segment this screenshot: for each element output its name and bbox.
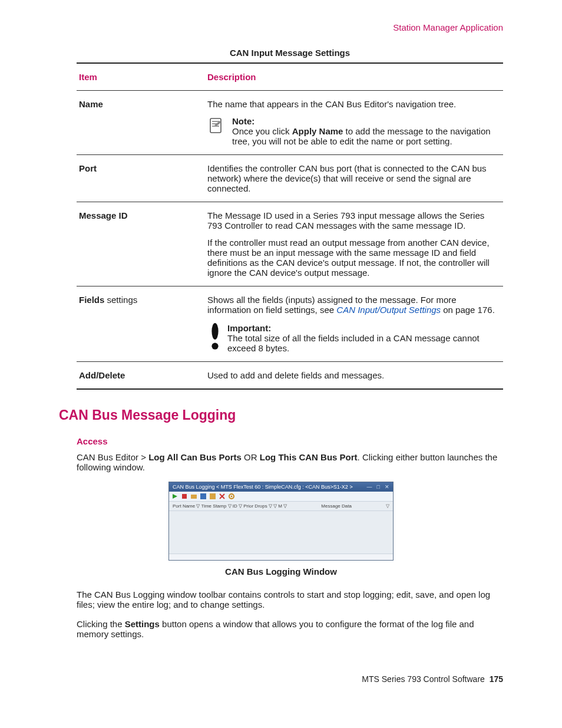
dropdown-icon[interactable]: ▽ xyxy=(386,503,389,509)
cols-right: Message Data xyxy=(321,503,352,509)
open-icon[interactable] xyxy=(191,493,197,499)
close-icon[interactable]: ✕ xyxy=(385,484,389,490)
play-icon[interactable] xyxy=(172,493,178,499)
item-port: Port xyxy=(77,155,205,202)
item-fields: Fields settings xyxy=(77,286,205,362)
item-msgid: Message ID xyxy=(77,202,205,286)
stop-icon[interactable] xyxy=(181,493,187,499)
svg-point-4 xyxy=(211,323,218,340)
table-row: Fields settings Shows all the fields (in… xyxy=(77,286,503,362)
th-desc: Description xyxy=(205,64,503,91)
view-icon[interactable] xyxy=(210,493,216,499)
important-text: The total size of all the fields include… xyxy=(227,333,501,353)
svg-point-5 xyxy=(211,343,218,350)
clear-icon[interactable] xyxy=(219,493,225,499)
table-row: Port Identifies the controller CAN bus p… xyxy=(77,155,503,202)
desc-add: Used to add and delete fields and messag… xyxy=(205,362,503,390)
table-row: Name The name that appears in the CAN Bu… xyxy=(77,91,503,155)
important-title: Important: xyxy=(227,323,501,333)
desc-name: The name that appears in the CAN Bus Edi… xyxy=(205,91,503,155)
link-can-io[interactable]: CAN Input/Output Settings xyxy=(336,305,441,315)
window-title: CAN Bus Logging < MTS FlexTest 60 : Simp… xyxy=(173,484,353,490)
table-title: CAN Input Message Settings xyxy=(77,48,503,64)
name-desc-text: The name that appears in the CAN Bus Edi… xyxy=(207,99,501,109)
page-footer: MTS Series 793 Control Software 175 xyxy=(59,674,503,684)
item-add: Add/Delete xyxy=(77,362,205,390)
access-text: CAN Bus Editor > Log All Can Bus Ports O… xyxy=(77,452,503,472)
save-icon[interactable] xyxy=(200,493,206,499)
note-title: Note: xyxy=(232,116,501,126)
settings-table: Item Description Name The name that appe… xyxy=(77,64,503,390)
maximize-icon[interactable]: □ xyxy=(377,484,380,490)
section-heading: CAN Bus Message Logging xyxy=(59,407,503,423)
note-text: Once you click Apply Name to add the mes… xyxy=(232,126,501,146)
window-controls: — □ ✕ xyxy=(367,484,389,490)
desc-msgid: The Message ID used in a Series 793 inpu… xyxy=(205,202,503,286)
table-row: Message ID The Message ID used in a Seri… xyxy=(77,202,503,286)
paragraph-1: The CAN Bus Logging window toolbar conta… xyxy=(77,589,503,610)
screenshot: CAN Bus Logging < MTS FlexTest 60 : Simp… xyxy=(168,482,394,561)
item-name: Name xyxy=(77,91,205,155)
msgid-p2: If the controller must read an output me… xyxy=(207,238,501,278)
important-icon xyxy=(207,323,219,351)
svg-rect-9 xyxy=(200,493,206,499)
th-item: Item xyxy=(77,64,205,91)
svg-rect-10 xyxy=(210,493,216,499)
log-footer xyxy=(169,554,393,560)
fields-desc: Shows all the fields (inputs) assigned t… xyxy=(207,295,501,315)
access-label: Access xyxy=(77,436,503,446)
page-header: Station Manager Application xyxy=(59,22,503,32)
table-row: Add/Delete Used to add and delete fields… xyxy=(77,362,503,390)
desc-fields: Shows all the fields (inputs) assigned t… xyxy=(205,286,503,362)
cols-left: Port Name ▽ Time Stamp ▽ ID ▽ Prior Drop… xyxy=(173,503,287,509)
svg-marker-6 xyxy=(173,494,177,499)
paragraph-2: Clicking the Settings button opens a win… xyxy=(77,619,503,639)
minimize-icon[interactable]: — xyxy=(367,484,372,490)
toolbar xyxy=(169,492,393,501)
svg-point-14 xyxy=(231,496,233,498)
note-icon xyxy=(207,116,226,135)
log-body xyxy=(169,511,393,554)
svg-rect-8 xyxy=(191,495,197,499)
msgid-p1: The Message ID used in a Series 793 inpu… xyxy=(207,210,501,230)
screenshot-caption: CAN Bus Logging Window xyxy=(59,566,503,577)
settings-icon[interactable] xyxy=(229,493,234,499)
svg-rect-7 xyxy=(182,494,187,499)
desc-port: Identifies the controller CAN bus port (… xyxy=(205,155,503,202)
